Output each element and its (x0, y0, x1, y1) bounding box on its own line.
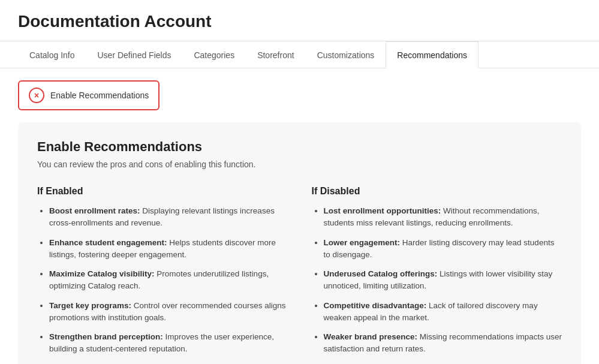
tab-catalog-info[interactable]: Catalog Info (18, 41, 86, 68)
enabled-column-heading: If Enabled (37, 186, 288, 197)
content-area: × Enable Recommendations Enable Recommen… (0, 68, 599, 364)
list-item: Target key programs: Control over recomm… (49, 300, 288, 324)
info-card-subtitle: You can review the pros and cons of enab… (37, 160, 562, 169)
list-item-bold: Enhance student engagement: (49, 238, 167, 247)
list-item-bold: Underused Catalog offerings: (324, 269, 438, 278)
tab-categories[interactable]: Categories (182, 41, 246, 68)
tab-storefront[interactable]: Storefront (246, 41, 305, 68)
list-item: Lower engagement: Harder listing discove… (324, 237, 562, 261)
list-item: Competitive disadvantage: Lack of tailor… (324, 300, 562, 324)
tab-recommendations[interactable]: Recommendations (386, 41, 478, 68)
list-item: Underused Catalog offerings: Listings wi… (324, 268, 562, 293)
tab-customizations[interactable]: Customizations (306, 41, 386, 68)
enabled-column: If Enabled Boost enrollment rates: Displ… (37, 186, 288, 356)
list-item-bold: Maximize Catalog visibility: (49, 269, 155, 278)
disabled-column: If Disabled Lost enrollment opportunitie… (312, 186, 562, 356)
disabled-list: Lost enrollment opportunities: Without r… (312, 205, 562, 356)
enable-recommendations-button[interactable]: × Enable Recommendations (18, 80, 159, 110)
list-item: Weaker brand presence: Missing recommend… (324, 331, 562, 356)
list-item-bold: Strengthen brand perception: (49, 332, 163, 341)
toggle-icon: × (29, 88, 44, 103)
page-header: Documentation Account (0, 0, 599, 41)
list-item-bold: Competitive disadvantage: (324, 301, 427, 310)
enabled-list: Boost enrollment rates: Displaying relev… (37, 205, 288, 356)
list-item: Lost enrollment opportunities: Without r… (324, 205, 562, 230)
tab-user-defined-fields[interactable]: User Defined Fields (86, 41, 183, 68)
list-item: Enhance student engagement: Helps studen… (49, 237, 288, 261)
list-item-bold: Weaker brand presence: (324, 332, 418, 341)
disabled-column-heading: If Disabled (312, 186, 562, 197)
list-item-bold: Boost enrollment rates: (49, 206, 140, 215)
list-item-bold: Lost enrollment opportunities: (324, 206, 441, 215)
info-card: Enable Recommendations You can review th… (18, 122, 581, 364)
tabs-bar: Catalog Info User Defined Fields Categor… (0, 41, 599, 68)
enable-recommendations-label: Enable Recommendations (50, 91, 149, 100)
list-item: Strengthen brand perception: Improves th… (49, 331, 288, 356)
page-title: Documentation Account (18, 12, 581, 31)
info-card-title: Enable Recommendations (37, 139, 562, 155)
list-item-bold: Lower engagement: (324, 238, 401, 247)
list-item: Maximize Catalog visibility: Promotes un… (49, 268, 288, 293)
list-item-bold: Target key programs: (49, 301, 131, 310)
list-item: Boost enrollment rates: Displaying relev… (49, 205, 288, 230)
columns: If Enabled Boost enrollment rates: Displ… (37, 186, 562, 356)
